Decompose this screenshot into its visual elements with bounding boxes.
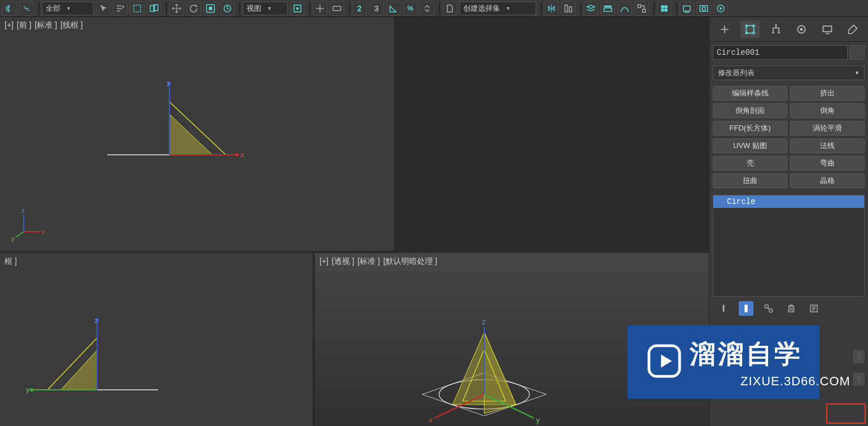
rollout-grip[interactable]	[853, 373, 865, 385]
modifier-list-dropdown[interactable]: 修改器列表 ▼	[713, 66, 865, 80]
render-production-icon[interactable]	[713, 1, 728, 16]
manipulate-icon[interactable]	[313, 1, 327, 16]
schematic-view-icon[interactable]	[634, 1, 649, 16]
modifier-btn-edit-spline[interactable]: 编辑样条线	[713, 86, 787, 101]
viewport-front-label[interactable]: [+] [前 ] [标准 ] [线框 ]	[5, 20, 84, 31]
utilities-tab-icon[interactable]	[843, 21, 862, 38]
modifier-btn-extrude[interactable]: 挤出	[790, 86, 865, 101]
reference-coord-dropdown[interactable]: 视图 ▼	[243, 2, 288, 15]
modifier-btn-shell[interactable]: 壳	[713, 156, 787, 171]
display-tab-icon[interactable]	[818, 21, 837, 38]
link-icon[interactable]	[19, 1, 34, 16]
scale-icon[interactable]	[203, 1, 218, 16]
svg-rect-9	[565, 5, 568, 12]
svg-rect-19	[683, 6, 690, 11]
svg-text:x: x	[42, 228, 45, 235]
svg-text:y: y	[26, 385, 30, 394]
snap-2d-icon[interactable]: 2	[352, 1, 367, 16]
named-selection-set-dropdown[interactable]: 创建选择集 ▼	[459, 2, 536, 15]
modifier-btn-ffd-box[interactable]: FFD(长方体)	[713, 121, 787, 136]
svg-text:z: z	[21, 207, 25, 214]
svg-rect-72	[753, 32, 755, 34]
modifier-btn-uvw-map[interactable]: UVW 贴图	[713, 138, 787, 153]
viewport-left-canvas: y z	[0, 253, 313, 426]
keyboard-shortcut-icon[interactable]	[330, 1, 344, 16]
modifier-btn-bend[interactable]: 弯曲	[790, 156, 865, 171]
viewport-perspective-label[interactable]: [+] [透视 ] [标准 ] [默认明暗处理 ]	[319, 257, 439, 267]
toggle-ribbon-icon[interactable]	[600, 1, 615, 16]
svg-rect-71	[746, 32, 748, 34]
svg-text:z: z	[482, 318, 486, 326]
named-selection-open-icon[interactable]	[442, 1, 457, 16]
viewport-left[interactable]: 框 ] y z	[0, 253, 313, 426]
viewport-perspective[interactable]: [+] [透视 ] [标准 ] [默认明暗处理 ] z x y	[315, 253, 709, 426]
curve-editor-icon[interactable]	[617, 1, 632, 16]
object-color-swatch[interactable]	[850, 45, 865, 60]
svg-point-37	[235, 153, 239, 157]
svg-rect-14	[643, 9, 646, 12]
svg-point-77	[800, 28, 803, 31]
svg-point-18	[664, 8, 668, 12]
svg-text:y: y	[536, 416, 540, 424]
svg-rect-69	[746, 24, 748, 27]
rotate-icon[interactable]	[186, 1, 201, 16]
svg-rect-0	[134, 5, 141, 12]
motion-tab-icon[interactable]	[792, 21, 811, 38]
svg-point-7	[296, 7, 299, 10]
modifier-btn-lattice[interactable]: 晶格	[790, 173, 865, 188]
modifier-btn-bevel[interactable]: 倒角	[790, 103, 865, 118]
select-object-icon[interactable]	[96, 1, 111, 16]
modifier-btn-turbosmooth[interactable]: 涡轮平滑	[790, 121, 865, 136]
svg-rect-8	[333, 6, 341, 11]
angle-snap-icon[interactable]	[386, 1, 401, 16]
material-editor-icon[interactable]	[657, 1, 672, 16]
rollout-grip[interactable]	[853, 350, 865, 363]
modifier-btn-bevel-profile[interactable]: 倒角剖面	[713, 103, 787, 118]
select-region-rect-icon[interactable]	[130, 1, 144, 16]
chevron-down-icon: ▼	[854, 70, 860, 76]
mirror-icon[interactable]	[544, 1, 559, 16]
chevron-down-icon: ▼	[66, 6, 71, 11]
render-setup-icon[interactable]	[680, 1, 694, 16]
svg-point-15	[661, 5, 664, 8]
viewport-perspective-canvas: z x y	[315, 253, 709, 426]
modifier-stack-item-selected[interactable]: Circle	[713, 195, 864, 208]
svg-text:x: x	[240, 150, 244, 159]
svg-rect-13	[638, 5, 641, 7]
svg-rect-11	[604, 5, 612, 7]
svg-rect-78	[823, 26, 831, 32]
window-crossing-icon[interactable]	[147, 1, 161, 16]
render-frame-icon[interactable]	[696, 1, 711, 16]
object-name-input[interactable]	[713, 45, 848, 60]
chevron-down-icon: ▼	[267, 6, 272, 11]
selection-filter-dropdown[interactable]: 全部 ▼	[42, 2, 94, 15]
modify-tab-icon[interactable]	[740, 21, 760, 38]
svg-point-21	[702, 7, 705, 10]
percent-snap-icon[interactable]: %	[403, 1, 418, 16]
highlighted-corner-button[interactable]	[826, 403, 866, 424]
svg-point-74	[772, 32, 774, 33]
snap-3d-icon[interactable]: 3	[369, 1, 384, 16]
viewport-front-canvas: x z z x y	[0, 17, 394, 251]
spinner-snap-icon[interactable]	[420, 1, 435, 16]
viewport-front[interactable]: [+] [前 ] [标准 ] [线框 ] x z z x y	[0, 17, 394, 251]
modifier-btn-twist[interactable]: 扭曲	[713, 173, 787, 188]
create-tab-icon[interactable]	[715, 21, 734, 38]
align-icon[interactable]	[561, 1, 576, 16]
viewport-left-label[interactable]: 框 ]	[5, 257, 18, 267]
select-by-name-icon[interactable]	[113, 1, 128, 16]
placement-icon[interactable]	[220, 1, 235, 16]
modifier-btn-normal[interactable]: 法线	[790, 138, 865, 153]
svg-point-52	[30, 388, 33, 392]
svg-text:z: z	[94, 316, 98, 325]
object-name-row	[709, 42, 868, 63]
chevron-down-icon: ▼	[506, 6, 511, 11]
move-icon[interactable]	[169, 1, 184, 16]
snap-toggle-icon[interactable]	[2, 1, 17, 16]
main-toolbar: 全部 ▼ 视图 ▼ 2 3 % 创建选择集 ▼	[0, 0, 868, 17]
svg-rect-4	[209, 7, 212, 10]
hierarchy-tab-icon[interactable]	[766, 21, 786, 38]
modifier-list-label: 修改器列表	[718, 68, 755, 78]
use-pivot-center-icon[interactable]	[290, 1, 305, 16]
layers-icon[interactable]	[584, 1, 598, 16]
